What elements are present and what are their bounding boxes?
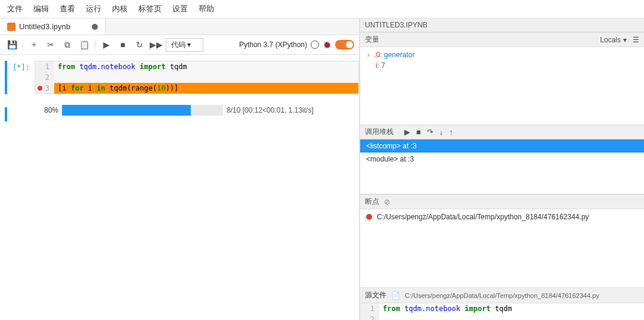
unsaved-indicator-icon bbox=[92, 24, 98, 30]
tab-bar: Untitled3.ipynb bbox=[0, 18, 359, 35]
cell-type-select[interactable]: 代码 ▾ bbox=[166, 38, 203, 52]
notebook-panel: Untitled3.ipynb 💾 ＋ ✂ ⧉ 📋 ▶ ■ ↻ ▶▶ 代码 ▾ … bbox=[0, 18, 360, 320]
breakpoints-list: C:/Users/pengz/AppData/Local/Temp/xpytho… bbox=[360, 209, 644, 269]
menu-kernel[interactable]: 内核 bbox=[112, 4, 128, 14]
line-number[interactable]: 1 bbox=[360, 303, 379, 314]
chevron-down-icon: ▾ bbox=[187, 41, 191, 49]
cell-output: 80% 8/10 [00:12<00:01, 1.13it/s] bbox=[5, 105, 359, 116]
notebook-icon bbox=[7, 23, 16, 31]
chevron-down-icon: ▾ bbox=[623, 36, 627, 44]
variables-list: › .0: generator i: 7 bbox=[360, 47, 644, 125]
add-cell-button[interactable]: ＋ bbox=[27, 38, 41, 52]
toolbar: 💾 ＋ ✂ ⧉ 📋 ▶ ■ ↻ ▶▶ 代码 ▾ Python 3.7 (XPyt… bbox=[0, 35, 359, 55]
code-editor[interactable]: 1 from tqdm.notebook import tqdm 2 3 [i … bbox=[35, 61, 359, 94]
tree-view-icon[interactable]: ☰ bbox=[633, 36, 639, 44]
breakpoint-icon bbox=[366, 214, 372, 220]
variables-header[interactable]: 变量 bbox=[365, 35, 379, 45]
menu-settings[interactable]: 设置 bbox=[172, 4, 188, 14]
menu-edit[interactable]: 编辑 bbox=[33, 4, 49, 14]
paste-button[interactable]: 📋 bbox=[77, 38, 91, 52]
menu-tabs[interactable]: 标签页 bbox=[138, 4, 162, 14]
source-path: C:/Users/pengz/AppData/Local/Temp/xpytho… bbox=[405, 292, 599, 299]
menu-help[interactable]: 帮助 bbox=[199, 4, 214, 14]
kernel-name[interactable]: Python 3.7 (XPython) bbox=[239, 41, 307, 49]
debug-toggle[interactable] bbox=[335, 40, 354, 49]
progress-bar bbox=[62, 105, 223, 116]
kernel-status-icon bbox=[311, 41, 319, 49]
breakpoints-header[interactable]: 断点 bbox=[365, 197, 379, 207]
copy-button[interactable]: ⧉ bbox=[60, 38, 75, 52]
scope-select[interactable]: Locals bbox=[600, 36, 621, 44]
menu-view[interactable]: 查看 bbox=[60, 4, 75, 14]
code-cell[interactable]: [*]: 1 from tqdm.notebook import tqdm 2 … bbox=[5, 61, 359, 94]
callstack-header[interactable]: 调用堆栈 bbox=[365, 127, 394, 137]
source-header[interactable]: 源文件 bbox=[365, 290, 386, 300]
line-number[interactable]: 3 bbox=[35, 83, 54, 94]
menu-run[interactable]: 运行 bbox=[86, 4, 101, 14]
debugger-title: UNTITLED3.IPYNB bbox=[360, 18, 644, 32]
pause-button[interactable]: ■ bbox=[416, 128, 421, 136]
line-number[interactable]: 2 bbox=[360, 314, 379, 320]
line-number[interactable]: 2 bbox=[35, 72, 54, 83]
cell-active-bar bbox=[5, 107, 7, 122]
step-in-button[interactable]: ↓ bbox=[439, 128, 444, 136]
menu-file[interactable]: 文件 bbox=[7, 4, 23, 14]
stop-button[interactable]: ■ bbox=[116, 38, 130, 52]
clear-breakpoints-icon[interactable]: ⊘ bbox=[384, 198, 390, 206]
stack-frame[interactable]: <listcomp> at :3 bbox=[360, 139, 644, 153]
stack-frame[interactable]: <module> at :3 bbox=[360, 153, 644, 166]
menubar: 文件 编辑 查看 运行 内核 标签页 设置 帮助 bbox=[0, 0, 644, 18]
line-number[interactable]: 1 bbox=[35, 61, 54, 72]
save-button[interactable]: 💾 bbox=[5, 38, 19, 52]
restart-button[interactable]: ↻ bbox=[132, 38, 147, 52]
continue-button[interactable]: ▶ bbox=[404, 128, 410, 136]
source-viewer[interactable]: 1 from tqdm.notebook import tqdm 2 3 [i … bbox=[360, 303, 644, 320]
cell-active-bar bbox=[5, 61, 7, 94]
debugger-panel: UNTITLED3.IPYNB 变量 Locals ▾ ☰ › .0: gene… bbox=[360, 18, 644, 320]
variable-row[interactable]: i: 7 bbox=[365, 60, 639, 71]
cut-button[interactable]: ✂ bbox=[44, 38, 58, 52]
breakpoint-item[interactable]: C:/Users/pengz/AppData/Local/Temp/xpytho… bbox=[360, 209, 644, 225]
callstack-list: <listcomp> at :3 <module> at :3 bbox=[360, 139, 644, 194]
debug-icon[interactable]: 🐞 bbox=[323, 41, 332, 49]
run-button[interactable]: ▶ bbox=[99, 38, 113, 52]
progress-label: 8/10 [00:12<00:01, 1.13it/s] bbox=[227, 106, 314, 114]
tab-label: Untitled3.ipynb bbox=[19, 22, 70, 31]
step-over-button[interactable]: ↷ bbox=[427, 128, 434, 136]
progress-percent: 80% bbox=[35, 106, 58, 114]
cell-prompt: [*]: bbox=[11, 61, 35, 94]
breakpoint-icon[interactable] bbox=[38, 86, 42, 91]
step-out-button[interactable]: ↑ bbox=[449, 128, 453, 136]
notebook-tab[interactable]: Untitled3.ipynb bbox=[0, 18, 106, 35]
open-file-icon[interactable]: 📄 bbox=[391, 291, 400, 300]
run-all-button[interactable]: ▶▶ bbox=[149, 38, 163, 52]
variable-row[interactable]: › .0: generator bbox=[365, 49, 639, 60]
